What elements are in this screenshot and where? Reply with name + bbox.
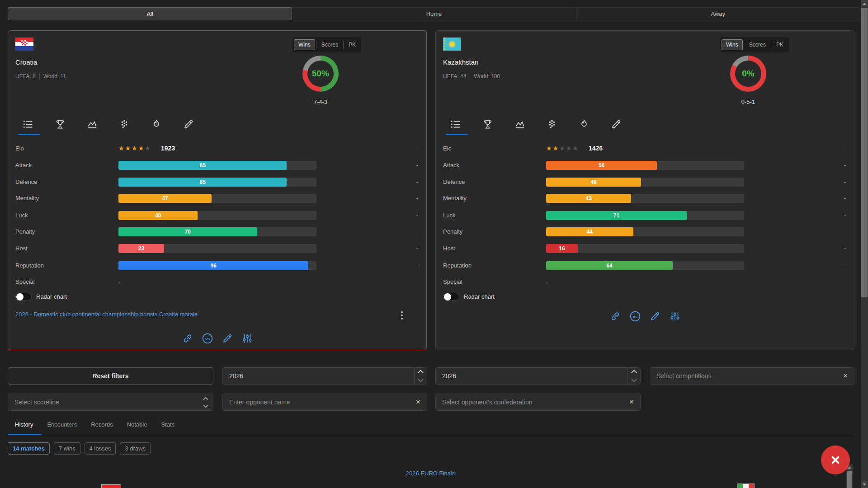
trophy-icon[interactable] bbox=[482, 118, 494, 130]
news-link[interactable]: 2026 - Domestic club continental champio… bbox=[15, 311, 198, 318]
clear-competitions-icon[interactable] bbox=[840, 371, 850, 380]
kebab-menu-icon[interactable] bbox=[398, 310, 406, 320]
stat-label: Penalty bbox=[15, 228, 35, 235]
stat-value: 44 bbox=[546, 227, 633, 236]
year-to-field bbox=[435, 367, 641, 385]
flame-icon[interactable] bbox=[578, 118, 590, 130]
chip-7-wins[interactable]: 7 wins bbox=[54, 442, 80, 455]
top-tab-all[interactable]: All bbox=[8, 7, 292, 20]
pencil-icon[interactable] bbox=[649, 310, 661, 322]
svg-text:vs: vs bbox=[205, 337, 209, 341]
pencil-icon[interactable] bbox=[222, 333, 233, 344]
clear-confederation-icon[interactable] bbox=[627, 398, 637, 407]
vs-icon[interactable]: vs bbox=[629, 310, 641, 322]
stat-tabs bbox=[22, 118, 194, 130]
tab-records[interactable]: Records bbox=[91, 421, 113, 428]
stat-bar: 43 bbox=[546, 194, 744, 203]
stat-missing-value: - bbox=[416, 145, 418, 152]
tactics-icon[interactable] bbox=[118, 118, 130, 130]
spinner-down-icon[interactable] bbox=[418, 376, 424, 382]
trend-icon[interactable] bbox=[86, 118, 98, 130]
stat-missing-value: - bbox=[844, 228, 846, 235]
footer-link[interactable]: 2026 EURO Finals bbox=[0, 470, 861, 477]
stat-missing-value: - bbox=[416, 262, 418, 269]
tab-encounters[interactable]: Encounters bbox=[47, 421, 77, 428]
news-row: 2026 - Domestic club continental champio… bbox=[15, 310, 419, 321]
link-icon[interactable] bbox=[609, 310, 621, 322]
uefa-rank: UEFA: 44 bbox=[443, 73, 466, 80]
radar-toggle[interactable] bbox=[15, 293, 32, 301]
year-spinner bbox=[414, 368, 427, 384]
stat-missing-value: - bbox=[844, 262, 846, 269]
trend-icon[interactable] bbox=[514, 118, 526, 130]
stat-bar-fill: 64 bbox=[546, 261, 673, 270]
stat-bar: 16 bbox=[546, 244, 744, 253]
clear-opponent-icon[interactable] bbox=[413, 398, 423, 407]
tab-history[interactable]: History bbox=[15, 421, 33, 428]
trophy-icon[interactable] bbox=[54, 118, 66, 130]
radar-row: Radar chart bbox=[15, 292, 419, 303]
pencil-icon[interactable] bbox=[610, 118, 622, 130]
stat-label: Luck bbox=[15, 212, 28, 219]
stat-bar: 23 bbox=[118, 244, 316, 253]
view-option-wins[interactable]: Wins bbox=[722, 39, 743, 50]
reset-filters-button[interactable]: Reset filters bbox=[8, 367, 213, 385]
chip-4-losses[interactable]: 4 losses bbox=[85, 442, 116, 455]
stat-bar: 40 bbox=[118, 211, 316, 220]
main-scrollbar-thumb[interactable] bbox=[861, 8, 868, 297]
confederation-input[interactable] bbox=[436, 394, 640, 410]
top-tab-away[interactable]: Away bbox=[576, 8, 860, 20]
stat-label: Reputation bbox=[443, 262, 472, 269]
scroll-down-icon[interactable] bbox=[861, 481, 868, 488]
kazakhstan-flag-icon bbox=[443, 38, 461, 51]
view-option-scores[interactable]: Scores bbox=[745, 40, 770, 50]
list-icon[interactable] bbox=[450, 118, 462, 130]
tactics-icon[interactable] bbox=[546, 118, 558, 130]
inner-scrollbar-thumb[interactable] bbox=[847, 471, 852, 488]
donut-percent: 50% bbox=[312, 69, 329, 79]
link-icon[interactable] bbox=[182, 333, 193, 344]
top-tab-home[interactable]: Home bbox=[292, 8, 576, 20]
team-ranks: UEFA: 44World: 100 bbox=[443, 73, 500, 80]
tab-stats[interactable]: Stats bbox=[161, 421, 175, 428]
spinner-down-icon[interactable] bbox=[631, 376, 637, 382]
competitions-input[interactable] bbox=[650, 368, 854, 384]
opponent-field bbox=[222, 394, 427, 411]
view-option-wins[interactable]: Wins bbox=[294, 39, 315, 50]
stat-row-attack: Attack56- bbox=[443, 160, 847, 171]
sliders-icon[interactable] bbox=[241, 333, 253, 344]
vs-icon[interactable]: vs bbox=[202, 333, 213, 344]
radar-toggle-label: Radar chart bbox=[464, 293, 495, 300]
year-to-input[interactable] bbox=[436, 368, 640, 384]
spinner-up-icon[interactable] bbox=[631, 370, 637, 375]
view-option-pk[interactable]: PK bbox=[772, 40, 788, 50]
team-card-kazakhstan: KazakhstanUEFA: 44World: 100WinsScoresPK… bbox=[435, 30, 854, 350]
chip-3-draws[interactable]: 3 draws bbox=[120, 442, 151, 455]
list-icon[interactable] bbox=[22, 118, 34, 130]
radar-toggle[interactable] bbox=[443, 293, 459, 301]
close-fab[interactable] bbox=[821, 446, 850, 474]
card-actions: vs bbox=[8, 333, 426, 344]
stat-label: Host bbox=[443, 245, 455, 252]
tab-notable[interactable]: Notable bbox=[127, 421, 147, 428]
year-from-input[interactable] bbox=[223, 368, 427, 384]
scoreline-select[interactable] bbox=[8, 394, 213, 410]
top-tab-bar: AllHomeAway bbox=[8, 7, 860, 20]
sliders-icon[interactable] bbox=[669, 310, 681, 322]
main-scrollbar[interactable] bbox=[861, 0, 868, 488]
view-option-pk[interactable]: PK bbox=[344, 40, 360, 50]
stat-value: 43 bbox=[546, 194, 631, 203]
elo-stars-icon: ★★★★★ bbox=[118, 145, 151, 152]
scroll-up-icon[interactable] bbox=[861, 0, 868, 7]
stat-row-mentality: Mentality43- bbox=[443, 193, 847, 204]
stat-value: 48 bbox=[546, 178, 641, 187]
opponent-input[interactable] bbox=[223, 394, 427, 410]
stat-bar: 71 bbox=[546, 211, 744, 220]
flame-icon[interactable] bbox=[151, 118, 162, 130]
spinner-up-icon[interactable] bbox=[418, 370, 424, 375]
stat-missing-value: - bbox=[844, 178, 846, 185]
chip-14-matches[interactable]: 14 matches bbox=[8, 442, 50, 455]
stat-bar-fill: 16 bbox=[546, 244, 578, 253]
view-option-scores[interactable]: Scores bbox=[317, 40, 342, 50]
pencil-icon[interactable] bbox=[183, 118, 194, 130]
